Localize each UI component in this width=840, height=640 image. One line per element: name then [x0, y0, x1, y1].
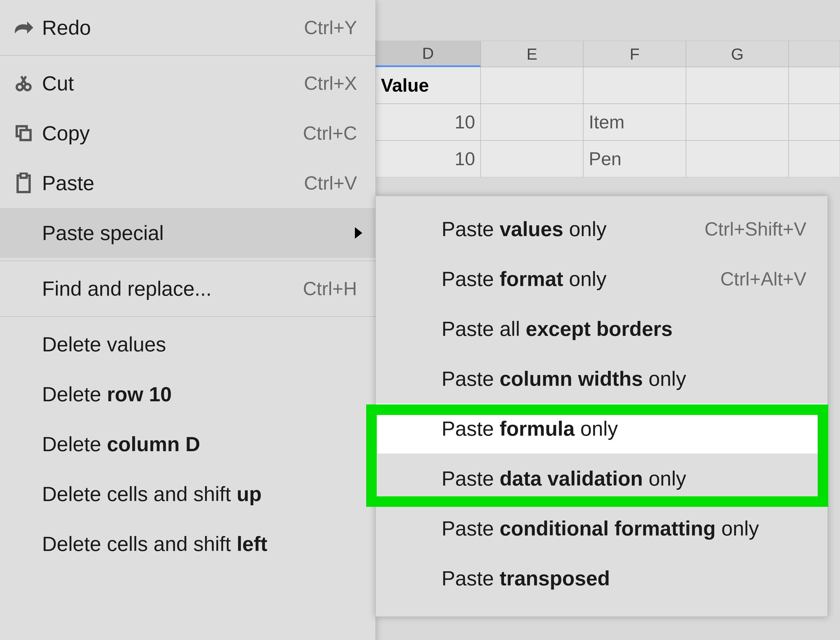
cell[interactable]: 10: [375, 141, 481, 177]
menu-label: Cut: [37, 72, 304, 95]
cell[interactable]: [481, 104, 583, 141]
cell[interactable]: [789, 141, 840, 177]
column-header-D[interactable]: D: [375, 41, 481, 67]
paste-special-submenu: Paste values only Ctrl+Shift+V Paste for…: [375, 196, 828, 617]
cell[interactable]: [789, 67, 840, 104]
menu-label: Delete row 10: [11, 382, 357, 406]
cell[interactable]: [686, 104, 789, 141]
menu-item-delete-row[interactable]: Delete row 10: [0, 369, 375, 419]
svg-point-0: [17, 84, 23, 90]
cell[interactable]: [789, 104, 840, 141]
menu-label: Paste special: [11, 221, 357, 245]
submenu-label: Paste conditional formatting only: [442, 517, 806, 541]
menu-separator: [0, 261, 375, 261]
table-row: 10 Pen: [375, 141, 840, 177]
cell[interactable]: [686, 67, 789, 104]
submenu-item-paste-column-widths[interactable]: Paste column widths only: [376, 354, 827, 404]
submenu-arrow-icon: [355, 227, 362, 239]
table-row: 10 Item: [375, 104, 840, 141]
scissors-icon: [11, 74, 37, 93]
svg-point-1: [24, 84, 30, 90]
submenu-item-paste-values[interactable]: Paste values only Ctrl+Shift+V: [376, 204, 827, 254]
menu-label: Delete cells and shift up: [11, 482, 357, 506]
submenu-label: Paste values only: [442, 217, 704, 241]
menu-item-redo[interactable]: Redo Ctrl+Y: [0, 3, 375, 53]
menu-item-paste-special[interactable]: Paste special: [0, 208, 375, 258]
column-header-blank[interactable]: [789, 41, 840, 67]
menu-shortcut: Ctrl+Y: [304, 17, 357, 38]
submenu-label: Paste transposed: [442, 566, 806, 590]
menu-item-find-replace[interactable]: Find and replace... Ctrl+H: [0, 264, 375, 314]
menu-item-delete-values[interactable]: Delete values: [0, 319, 375, 369]
submenu-label: Paste column widths only: [442, 367, 806, 391]
submenu-item-paste-data-validation[interactable]: Paste data validation only: [376, 454, 827, 504]
submenu-item-paste-format[interactable]: Paste format only Ctrl+Alt+V: [376, 254, 827, 304]
table-row: Value: [375, 67, 840, 104]
spreadsheet-grid: D E F G Value 10 Item 10 Pen: [375, 41, 840, 177]
menu-shortcut: Ctrl+H: [303, 278, 357, 299]
menu-label: Delete column D: [11, 432, 357, 456]
column-header-F[interactable]: F: [583, 41, 686, 67]
menu-shortcut: Ctrl+V: [304, 172, 357, 194]
cell[interactable]: [481, 67, 583, 104]
submenu-item-paste-conditional-formatting[interactable]: Paste conditional formatting only: [376, 504, 827, 554]
menu-item-copy[interactable]: Copy Ctrl+C: [0, 108, 375, 158]
context-menu: Redo Ctrl+Y Cut Ctrl+X Copy Ctrl+C Paste…: [0, 0, 375, 640]
column-header-G[interactable]: G: [686, 41, 789, 67]
submenu-item-paste-except-borders[interactable]: Paste all except borders: [376, 304, 827, 354]
menu-label: Delete values: [11, 333, 357, 356]
redo-icon: [11, 20, 37, 35]
submenu-shortcut: Ctrl+Shift+V: [704, 218, 806, 240]
copy-icon: [11, 124, 37, 142]
submenu-label: Paste format only: [442, 267, 720, 291]
column-header-E[interactable]: E: [481, 41, 583, 67]
cell[interactable]: 10: [375, 104, 481, 141]
submenu-label: Paste formula only: [442, 417, 806, 441]
menu-label: Delete cells and shift left: [11, 532, 357, 556]
submenu-item-paste-transposed[interactable]: Paste transposed: [376, 554, 827, 603]
cell[interactable]: Value: [375, 67, 481, 104]
menu-label: Paste: [37, 171, 304, 195]
menu-separator: [0, 316, 375, 317]
column-header-row: D E F G: [375, 41, 840, 67]
cell[interactable]: [686, 141, 789, 177]
submenu-item-paste-formula[interactable]: Paste formula only: [376, 404, 827, 454]
svg-rect-5: [21, 173, 27, 178]
menu-label: Copy: [37, 121, 303, 145]
cell[interactable]: Item: [583, 104, 686, 141]
svg-rect-3: [21, 130, 30, 140]
menu-shortcut: Ctrl+C: [303, 122, 357, 144]
submenu-label: Paste all except borders: [442, 317, 806, 341]
menu-label: Redo: [37, 16, 304, 40]
submenu-label: Paste data validation only: [442, 467, 806, 491]
submenu-shortcut: Ctrl+Alt+V: [720, 268, 806, 290]
menu-item-paste[interactable]: Paste Ctrl+V: [0, 158, 375, 208]
menu-label: Find and replace...: [11, 277, 303, 301]
menu-item-delete-column[interactable]: Delete column D: [0, 419, 375, 469]
menu-item-cut[interactable]: Cut Ctrl+X: [0, 58, 375, 108]
cell[interactable]: Pen: [583, 141, 686, 177]
cell[interactable]: [481, 141, 583, 177]
menu-item-delete-shift-up[interactable]: Delete cells and shift up: [0, 469, 375, 519]
menu-separator: [0, 55, 375, 56]
clipboard-icon: [11, 173, 37, 194]
menu-item-delete-shift-left[interactable]: Delete cells and shift left: [0, 519, 375, 569]
menu-shortcut: Ctrl+X: [304, 72, 357, 94]
cell[interactable]: [583, 67, 686, 104]
